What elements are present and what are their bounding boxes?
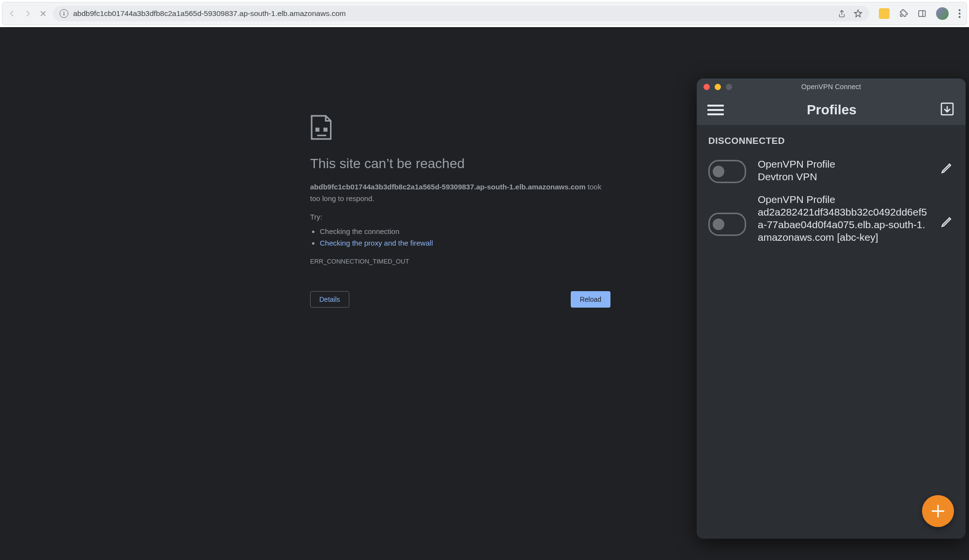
add-profile-button[interactable] [922, 495, 954, 527]
edit-profile-icon[interactable] [940, 215, 954, 230]
details-button[interactable]: Details [310, 291, 349, 308]
try-label: Try: [310, 211, 610, 223]
reload-button[interactable]: Reload [571, 291, 610, 308]
sad-page-icon [310, 114, 334, 140]
svg-point-2 [959, 9, 961, 11]
site-info-icon[interactable]: i [60, 9, 68, 18]
sidepanel-icon[interactable] [918, 9, 926, 18]
bookmark-icon[interactable] [854, 9, 862, 18]
error-body: abdb9fc1cb01744a3b3dfb8c2a1a565d-5930983… [310, 181, 610, 267]
browser-toolbar: i abdb9fc1cb01744a3b3dfb8c2a1a565d-59309… [2, 2, 967, 25]
profile-avatar[interactable] [936, 7, 949, 20]
openvpn-window: OpenVPN Connect Profiles DISCONNECTED Op… [697, 78, 966, 539]
toolbar-right [879, 7, 961, 20]
hamburger-menu-icon[interactable] [707, 102, 724, 118]
error-host: abdb9fc1cb01744a3b3dfb8c2a1a565d-5930983… [310, 183, 586, 191]
vpn-profile-row: OpenVPN Profile Devtron VPN [708, 158, 954, 184]
error-code: ERR_CONNECTION_TIMED_OUT [310, 257, 610, 267]
vpn-body: DISCONNECTED OpenVPN Profile Devtron VPN… [697, 125, 966, 539]
svg-rect-5 [316, 128, 319, 131]
share-icon[interactable] [838, 10, 846, 18]
vpn-titlebar[interactable]: OpenVPN Connect [697, 78, 966, 95]
back-icon[interactable] [8, 10, 16, 17]
extension-badge-icon[interactable] [879, 8, 890, 19]
profile-type-label: OpenVPN Profile [758, 193, 929, 206]
chrome-error-block: This site can’t be reached abdb9fc1cb017… [310, 114, 610, 308]
profile-text: OpenVPN Profile Devtron VPN [758, 158, 929, 184]
stop-icon[interactable] [39, 10, 47, 17]
nav-buttons [8, 10, 47, 17]
profile-name: Devtron VPN [758, 171, 929, 183]
import-profile-icon[interactable] [939, 101, 955, 119]
url-text: abdb9fc1cb01744a3b3dfb8c2a1a565d-5930983… [73, 9, 833, 18]
profile-toggle[interactable] [708, 213, 746, 236]
profile-name: ad2a282421df3483bb32c0492dd6ef5a-77abae0… [758, 206, 929, 244]
edit-profile-icon[interactable] [940, 161, 954, 176]
svg-rect-0 [919, 11, 925, 16]
error-title: This site can’t be reached [310, 156, 610, 171]
svg-rect-6 [324, 128, 327, 131]
vpn-header-title: Profiles [807, 102, 857, 118]
svg-point-3 [959, 13, 961, 15]
profile-text: OpenVPN Profile ad2a282421df3483bb32c049… [758, 193, 929, 244]
vpn-status-label: DISCONNECTED [708, 136, 954, 146]
more-menu-icon[interactable] [958, 9, 961, 18]
forward-icon[interactable] [24, 10, 31, 17]
error-buttons: Details Reload [310, 291, 610, 308]
address-actions [838, 9, 862, 18]
vpn-profile-row: OpenVPN Profile ad2a282421df3483bb32c049… [708, 193, 954, 244]
profile-toggle[interactable] [708, 160, 746, 183]
extensions-icon[interactable] [899, 9, 908, 18]
suggestion-proxy-firewall-link[interactable]: Checking the proxy and the firewall [320, 239, 433, 247]
vpn-window-title: OpenVPN Connect [697, 83, 966, 91]
vpn-header: Profiles [697, 95, 966, 125]
svg-point-4 [959, 16, 961, 18]
address-bar[interactable]: i abdb9fc1cb01744a3b3dfb8c2a1a565d-59309… [53, 6, 869, 21]
plus-icon [930, 503, 946, 519]
profile-type-label: OpenVPN Profile [758, 158, 929, 171]
page-content: This site can’t be reached abdb9fc1cb017… [0, 27, 969, 560]
suggestion-connection: Checking the connection [320, 226, 610, 237]
